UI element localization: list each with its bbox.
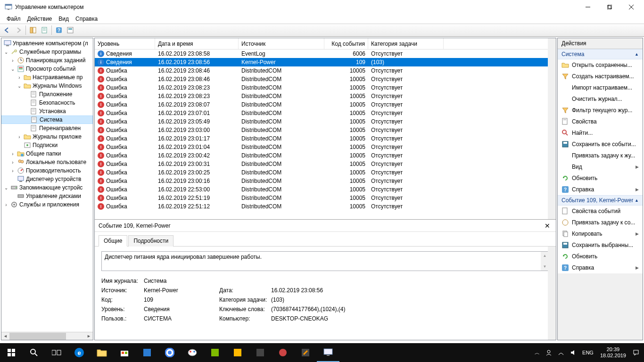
tree-svcapps[interactable]: ›Службы и приложения — [1, 200, 93, 209]
search-button[interactable] — [23, 343, 45, 362]
actions-section-event[interactable]: Событие 109, Kernel-Power▲ — [558, 195, 643, 206]
menu-file[interactable]: Файл — [4, 15, 24, 23]
maximize-button[interactable] — [599, 0, 620, 14]
tree-shared[interactable]: ›Общие папки — [1, 149, 93, 158]
back-button[interactable] — [2, 25, 12, 35]
action-open-saved[interactable]: Открыть сохраненны... — [558, 59, 643, 71]
properties-button[interactable] — [39, 25, 50, 35]
scroll-right-icon[interactable]: ► — [85, 332, 93, 340]
tray-volume-icon[interactable] — [567, 349, 579, 356]
event-row[interactable]: iСведения16.02.2019 23:08:58EventLog6006… — [95, 49, 556, 58]
tree-services[interactable]: ⌄Служебные программы — [1, 48, 93, 56]
tree-winlogs[interactable]: ⌄Журналы Windows — [1, 82, 93, 90]
actions-section-system[interactable]: Система▲ — [558, 49, 643, 59]
expand-icon[interactable]: › — [10, 160, 16, 165]
taskbar-app3[interactable] — [226, 343, 249, 362]
scroll-thumb[interactable] — [9, 333, 66, 340]
tree-sec-log[interactable]: Безопасность — [1, 99, 93, 107]
tree-users[interactable]: ›Локальные пользовате — [1, 158, 93, 166]
taskbar-edge[interactable]: e — [68, 343, 91, 362]
taskbar-app1[interactable] — [136, 343, 158, 362]
show-tree-button[interactable] — [28, 25, 38, 35]
event-row[interactable]: !Ошибка16.02.2019 23:08:23DistributedCOM… — [95, 92, 556, 100]
list-vscrollbar[interactable] — [548, 38, 556, 219]
close-detail-button[interactable]: ✕ — [543, 221, 552, 230]
action-view[interactable]: Вид▶ — [558, 161, 643, 173]
taskbar-app2[interactable] — [204, 343, 226, 362]
event-row[interactable]: !Ошибка16.02.2019 22:53:00DistributedCOM… — [95, 185, 556, 194]
tree-customviews[interactable]: ›Настраиваемые пр — [1, 73, 93, 82]
event-row[interactable]: !Ошибка16.02.2019 23:07:01DistributedCOM… — [95, 109, 556, 117]
action-help2[interactable]: ?Справка▶ — [558, 262, 643, 273]
action-properties[interactable]: Свойства — [558, 116, 643, 127]
event-row[interactable]: !Ошибка16.02.2019 23:00:42DistributedCOM… — [95, 151, 556, 160]
col-level[interactable]: Уровень — [95, 38, 155, 49]
tray-notifications-icon[interactable] — [630, 349, 642, 356]
action-find[interactable]: Найти... — [558, 127, 643, 139]
event-row[interactable]: !Ошибка16.02.2019 23:08:46DistributedCOM… — [95, 75, 556, 83]
action-copy[interactable]: Копировать▶ — [558, 228, 643, 239]
tree-diskmgr[interactable]: Управление дисками — [1, 192, 93, 200]
extra-button[interactable] — [65, 25, 75, 35]
action-attach-task[interactable]: Привязать задачу к жу... — [558, 150, 643, 161]
action-event-props[interactable]: Свойства событий — [558, 206, 643, 217]
action-save-selected[interactable]: Сохранить выбранны... — [558, 239, 643, 251]
close-button[interactable] — [620, 0, 642, 14]
tree-setup-log[interactable]: Установка — [1, 107, 93, 115]
tray-network-icon[interactable] — [555, 349, 567, 356]
action-refresh2[interactable]: Обновить — [558, 251, 643, 262]
event-row[interactable]: !Ошибка16.02.2019 23:01:04DistributedCOM… — [95, 143, 556, 151]
col-date[interactable]: Дата и время — [155, 38, 239, 49]
tray-people-icon[interactable] — [543, 349, 555, 356]
tree-devmgr[interactable]: Диспетчер устройств — [1, 175, 93, 183]
tree-scheduler[interactable]: ›Планировщик заданий — [1, 56, 93, 65]
start-button[interactable] — [0, 343, 23, 362]
expand-icon[interactable]: › — [10, 168, 16, 173]
scroll-left-icon[interactable]: ◄ — [1, 332, 9, 340]
taskbar-store[interactable] — [113, 343, 136, 362]
col-source[interactable]: Источник — [239, 38, 324, 49]
event-row[interactable]: !Ошибка16.02.2019 23:00:25DistributedCOM… — [95, 168, 556, 177]
col-category[interactable]: Категория задачи — [368, 38, 444, 49]
taskbar-chrome[interactable] — [158, 343, 181, 362]
event-row[interactable]: !Ошибка16.02.2019 22:51:19DistributedCOM… — [95, 194, 556, 202]
tab-details[interactable]: Подробности — [128, 235, 173, 247]
tree-hscrollbar[interactable]: ◄ ► — [1, 332, 93, 340]
taskbar-paint[interactable] — [181, 343, 204, 362]
expand-icon[interactable]: ⌄ — [3, 49, 9, 55]
tray-language[interactable]: ENG — [579, 350, 596, 355]
action-clear-log[interactable]: Очистить журнал... — [558, 93, 643, 105]
action-event-attach[interactable]: Привязать задачу к со... — [558, 217, 643, 228]
action-help[interactable]: ?Справка▶ — [558, 184, 643, 195]
taskbar-app4[interactable] — [249, 343, 272, 362]
minimize-button[interactable] — [577, 0, 599, 14]
taskbar-sublime[interactable] — [294, 343, 317, 362]
event-row[interactable]: !Ошибка16.02.2019 23:05:49DistributedCOM… — [95, 117, 556, 126]
tab-general[interactable]: Общие — [99, 235, 127, 247]
taskbar-explorer[interactable] — [91, 343, 113, 362]
tree-fwd-log[interactable]: Перенаправлен — [1, 124, 93, 132]
taskbar-app5[interactable] — [272, 343, 294, 362]
tree-perf[interactable]: ›Производительность — [1, 166, 93, 175]
event-row[interactable]: iСведения16.02.2019 23:08:56Kernel-Power… — [95, 58, 556, 66]
taskview-button[interactable] — [45, 343, 68, 362]
expand-icon[interactable]: › — [17, 75, 22, 80]
action-filter[interactable]: Фильтр текущего жур... — [558, 105, 643, 116]
event-row[interactable]: !Ошибка16.02.2019 23:03:00DistributedCOM… — [95, 126, 556, 134]
expand-icon[interactable]: › — [10, 151, 16, 156]
menu-action[interactable]: Действие — [25, 15, 55, 23]
action-create-custom[interactable]: Создать настраиваем... — [558, 71, 643, 82]
menu-help[interactable]: Справка — [73, 15, 100, 23]
event-row[interactable]: !Ошибка16.02.2019 22:51:12DistributedCOM… — [95, 202, 556, 211]
help-button[interactable]: ? — [54, 25, 64, 35]
tree-applogs[interactable]: ›Журналы приложе — [1, 132, 93, 141]
tree-subs[interactable]: Подписки — [1, 141, 93, 149]
tree-system-log[interactable]: Система — [1, 115, 93, 124]
collapse-icon[interactable]: ⌄ — [10, 66, 16, 72]
tree-app-log[interactable]: Приложение — [1, 90, 93, 99]
collapse-icon[interactable]: ⌄ — [3, 185, 9, 190]
tree-root[interactable]: Управление компьютером (л — [1, 39, 93, 48]
event-row[interactable]: !Ошибка16.02.2019 23:08:46DistributedCOM… — [95, 66, 556, 75]
taskbar-compmgmt-active[interactable] — [317, 343, 339, 362]
col-eventid[interactable]: Код события — [324, 38, 368, 49]
